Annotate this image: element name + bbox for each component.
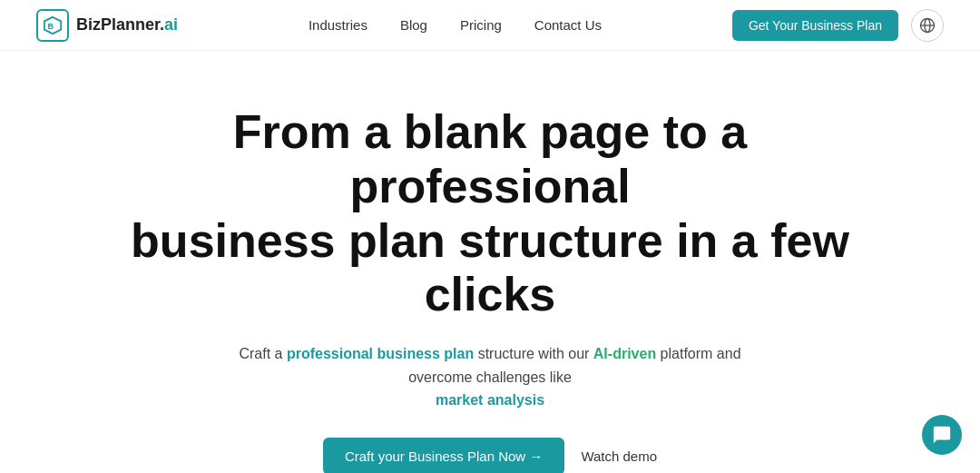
hero-actions: Craft your Business Plan Now → Watch dem… bbox=[36, 438, 944, 473]
hero-title: From a blank page to a professional busi… bbox=[127, 105, 853, 322]
get-business-plan-button[interactable]: Get Your Business Plan bbox=[732, 10, 898, 41]
hero-section: From a blank page to a professional busi… bbox=[0, 51, 980, 473]
language-selector[interactable] bbox=[911, 9, 944, 42]
navbar: B BizPlanner.ai Industries Blog Pricing … bbox=[0, 0, 980, 51]
brand-logo-icon: B bbox=[36, 9, 69, 42]
chat-bubble[interactable] bbox=[922, 415, 962, 455]
nav-blog[interactable]: Blog bbox=[400, 17, 427, 33]
watch-demo-button[interactable]: Watch demo bbox=[581, 448, 657, 464]
nav-pricing[interactable]: Pricing bbox=[460, 17, 502, 33]
nav-industries[interactable]: Industries bbox=[309, 17, 368, 33]
logo-area: B BizPlanner.ai bbox=[36, 9, 178, 42]
navbar-actions: Get Your Business Plan bbox=[732, 9, 944, 42]
hero-subtitle: Craft a professional business plan struc… bbox=[209, 342, 771, 412]
nav-contact[interactable]: Contact Us bbox=[534, 17, 602, 33]
brand-name: BizPlanner.ai bbox=[76, 15, 178, 34]
svg-text:B: B bbox=[48, 21, 54, 30]
craft-plan-button[interactable]: Craft your Business Plan Now → bbox=[323, 438, 564, 473]
nav-links: Industries Blog Pricing Contact Us bbox=[309, 17, 602, 33]
